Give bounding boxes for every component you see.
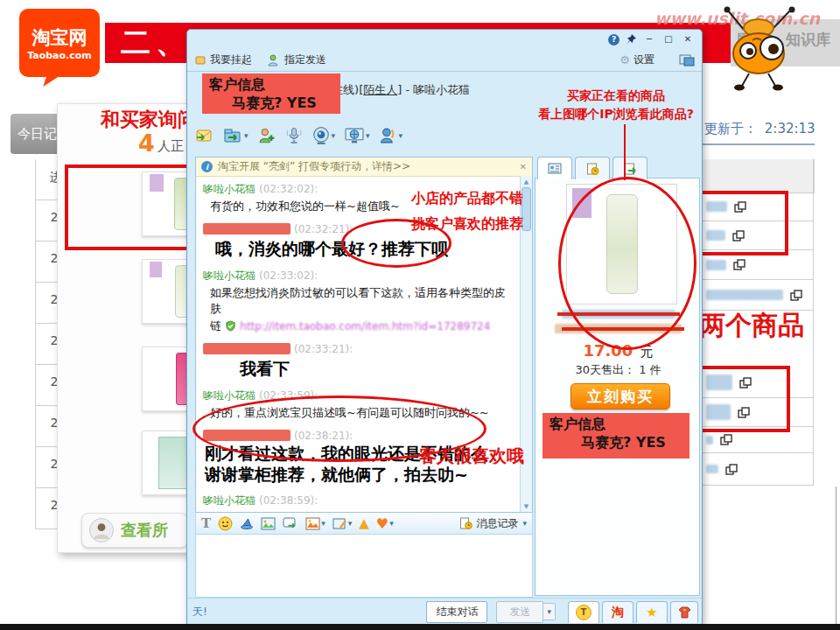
open-link-icon[interactable]: [733, 259, 746, 270]
quick-reply-icon[interactable]: [283, 517, 298, 530]
peer-stranger-link[interactable]: 陌生人: [363, 83, 397, 96]
hold-label: 我要挂起: [210, 52, 252, 67]
caret-down-icon[interactable]: ▾: [244, 131, 248, 140]
maximize-button[interactable]: □: [662, 33, 676, 46]
sender-name: 哆啦小花猫: [203, 270, 256, 282]
redacted-link: [706, 230, 725, 241]
message-history-button[interactable]: 消息记录 ▾: [459, 516, 527, 531]
file-transfer-icon[interactable]: ▾: [222, 127, 248, 144]
emoticon-icon[interactable]: [218, 516, 233, 531]
shop-products-annotation: 小店的产品都不错 挑客户喜欢的推荐: [401, 190, 523, 234]
scroll-up-icon[interactable]: ▲: [521, 176, 532, 186]
send-options-button[interactable]: ▾: [543, 603, 556, 620]
image-icon[interactable]: [261, 517, 276, 530]
close-button[interactable]: ✕: [681, 33, 695, 46]
caret-down-icon[interactable]: ▾: [348, 519, 353, 528]
product-link-row[interactable]: [703, 453, 814, 486]
visitor-item[interactable]: 海南 61. 正在: [68, 168, 188, 242]
buzz-icon[interactable]: ▲: [359, 515, 369, 531]
tab-taobao[interactable]: 淘: [602, 601, 634, 623]
caret-down-icon[interactable]: ▾: [389, 519, 394, 528]
direct-send-label: 指定发送: [284, 52, 326, 67]
window-titlebar[interactable]: ? ─ □ ✕: [187, 30, 702, 49]
product-link-row[interactable]: [703, 192, 814, 221]
tab-shop[interactable]: [670, 601, 698, 623]
today-records-label: 今日记: [18, 126, 57, 143]
tab-favorites[interactable]: ★: [636, 601, 668, 623]
product-link-row[interactable]: [703, 221, 814, 250]
view-all-label: 查看所: [121, 520, 168, 541]
visitor-item[interactable]: 辽宁 113. 正在: [68, 427, 188, 500]
annotation-line: 买家正在看的商品: [533, 87, 699, 105]
open-link-icon[interactable]: [790, 290, 802, 301]
pin-button[interactable]: [625, 33, 637, 46]
viewed-product-image[interactable]: [566, 184, 677, 304]
caret-down-icon[interactable]: ▾: [522, 519, 527, 528]
help-button[interactable]: ?: [608, 34, 620, 46]
remote-desktop-icon[interactable]: ▾: [344, 127, 370, 144]
open-link-icon[interactable]: [734, 201, 746, 213]
voice-call-icon[interactable]: ▾: [379, 127, 403, 144]
caret-down-icon[interactable]: ▾: [332, 131, 336, 140]
product-link-row[interactable]: [703, 427, 814, 453]
webcam-icon[interactable]: ▾: [312, 126, 336, 145]
open-link-icon[interactable]: [739, 377, 752, 388]
visitor-item[interactable]: 北京 123. 正在: [68, 256, 188, 329]
add-contact-icon[interactable]: [257, 127, 276, 144]
panel-toggle-icon[interactable]: [679, 53, 695, 66]
tab-contact-info[interactable]: [537, 157, 572, 179]
end-conversation-button[interactable]: 结束对话: [426, 601, 487, 623]
annotation-line: 挑客户喜欢的推荐: [411, 215, 523, 234]
tab-chat-history[interactable]: [575, 157, 610, 179]
magic-emotion-icon[interactable]: [240, 516, 254, 530]
product-link-row[interactable]: [703, 280, 814, 311]
tab-coin[interactable]: T: [568, 601, 599, 623]
coin-letter: T: [581, 607, 587, 617]
scroll-down-icon[interactable]: ▼: [521, 503, 532, 510]
open-link-icon[interactable]: [732, 230, 745, 242]
notice-text-link[interactable]: 淘宝开展 “亮剑” 打假专项行动，详情>>: [218, 159, 514, 174]
gift-heart-icon[interactable]: ♥ ▾: [376, 515, 394, 532]
shirt-icon: [678, 606, 691, 619]
product-photo: [606, 194, 638, 294]
open-link-icon[interactable]: [725, 464, 738, 475]
ant-mascot: [719, 5, 798, 93]
gear-icon: ⚙: [620, 53, 630, 66]
price-unit: 元: [640, 344, 654, 360]
minimize-button[interactable]: ─: [642, 33, 656, 46]
caret-down-icon[interactable]: ▾: [399, 131, 403, 140]
two-products-annotation: 两个商品: [699, 308, 804, 344]
screenshot-icon[interactable]: ▾: [332, 517, 353, 530]
settings-label: 设置: [634, 52, 654, 67]
settings-button[interactable]: ⚙ 设置: [620, 52, 654, 67]
font-icon[interactable]: T: [201, 515, 211, 531]
redaction-strike: [562, 327, 684, 331]
visitor-item[interactable]: 河北 121. 正在: [68, 343, 188, 416]
view-all-button[interactable]: 查看所: [81, 513, 188, 548]
frame-border-right: [836, 486, 836, 624]
message-input-area[interactable]: [195, 535, 533, 598]
promo-sticker: [150, 174, 164, 192]
buy-now-button[interactable]: 立刻购买: [570, 383, 670, 410]
redacted-link: [706, 374, 732, 390]
product-link-row[interactable]: [703, 250, 814, 280]
product-link[interactable]: http://item.taobao.com/item.htm?id=17289…: [240, 320, 490, 332]
send-picture-icon[interactable]: ▾: [305, 517, 326, 530]
hold-conversation-button[interactable]: 我要挂起: [194, 52, 252, 67]
product-link-row[interactable]: [703, 398, 814, 427]
chat-message-seller: 哆啦小花猫(02:33:59): 好的，重点浏览宝贝描述哦~有问题可以随时问我的…: [203, 388, 514, 421]
right-table-header: [703, 159, 815, 193]
open-link-icon[interactable]: [738, 407, 750, 418]
caret-down-icon[interactable]: ▾: [321, 519, 326, 528]
direct-send-button[interactable]: 指定发送: [268, 52, 326, 67]
notice-close-icon[interactable]: ✕: [520, 162, 527, 172]
open-link-icon[interactable]: [720, 434, 732, 445]
tab-quick-reply[interactable]: [612, 157, 648, 179]
product-link-row[interactable]: [703, 368, 814, 398]
microphone-icon[interactable]: [285, 126, 303, 145]
caret-down-icon[interactable]: ▾: [366, 131, 370, 140]
message-icon[interactable]: [194, 127, 214, 144]
annotation-line: 小店的产品都不错: [401, 190, 523, 208]
hold-icon: [194, 54, 206, 66]
send-button[interactable]: 发送: [496, 601, 543, 623]
